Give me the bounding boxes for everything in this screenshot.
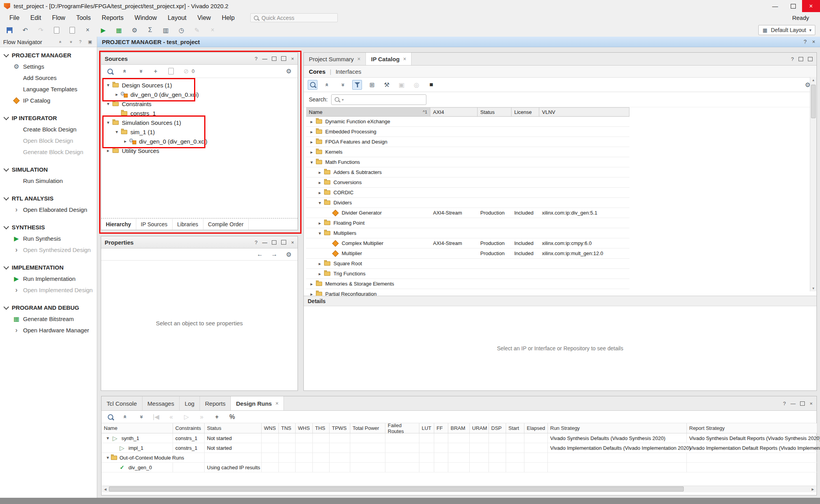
- generate-ip-icon[interactable]: ◎: [412, 80, 421, 90]
- tree-collapse-chevron[interactable]: ▾: [105, 82, 111, 88]
- catalog-row-conversions[interactable]: ▸Conversions: [306, 177, 629, 188]
- tree-expand-chevron[interactable]: ▸: [308, 149, 315, 155]
- tree-item-constrs-1[interactable]: constrs_1: [101, 108, 298, 118]
- catalog-row-math-functions[interactable]: ▾Math Functions: [306, 157, 629, 167]
- help-icon[interactable]: ?: [804, 39, 807, 45]
- run-icon[interactable]: ▶: [98, 25, 108, 35]
- tab-log[interactable]: Log: [180, 396, 200, 410]
- flownav-item-settings[interactable]: ⚙Settings: [0, 61, 97, 72]
- copy-icon[interactable]: [52, 25, 61, 35]
- flownav-item-language-templates[interactable]: Language Templates: [0, 83, 97, 95]
- tree-collapse-chevron[interactable]: ▾: [105, 120, 111, 125]
- scroll-thumb[interactable]: [811, 85, 816, 118]
- menu-view[interactable]: View: [192, 12, 216, 23]
- tab-messages[interactable]: Messages: [143, 396, 180, 410]
- flow-section-header-ip-integrator[interactable]: IP INTEGRATOR: [0, 112, 97, 124]
- package-ip-icon[interactable]: ▣: [397, 80, 406, 90]
- column-header-total-power[interactable]: Total Power: [350, 423, 385, 433]
- minimize-icon[interactable]: —: [790, 401, 795, 406]
- collapse-all-icon[interactable]: «: [57, 38, 64, 46]
- close-icon[interactable]: ×: [291, 56, 294, 62]
- search-icon[interactable]: [105, 412, 115, 422]
- catalog-row-memories-storage-elements[interactable]: ▸Memories & Storage Elements: [306, 279, 629, 289]
- percent-icon[interactable]: %: [227, 412, 237, 422]
- catalog-row-dividers[interactable]: ▾Dividers: [306, 198, 629, 208]
- tree-expand-chevron[interactable]: ▸: [317, 271, 323, 277]
- tab-close-icon[interactable]: ×: [275, 400, 278, 406]
- column-header-ff[interactable]: FF: [434, 423, 448, 433]
- report-summary-icon[interactable]: Σ: [145, 25, 155, 35]
- flownav-item-open-elaborated-design[interactable]: ›Open Elaborated Design: [0, 204, 97, 215]
- tree-collapse-chevron[interactable]: ▾: [317, 231, 323, 236]
- create-runs-icon[interactable]: +: [212, 412, 222, 422]
- catalog-row-kernels[interactable]: ▸Kernels: [306, 147, 629, 157]
- expand-all-icon[interactable]: «: [67, 38, 74, 46]
- tree-collapse-chevron[interactable]: ▾: [114, 129, 120, 135]
- flownav-item-open-implemented-design[interactable]: ›Open Implemented Design: [0, 284, 97, 296]
- flownav-item-open-block-design[interactable]: Open Block Design: [0, 135, 97, 146]
- column-header-tns[interactable]: TNS: [279, 423, 296, 433]
- flow-section-header-implementation[interactable]: IMPLEMENTATION: [0, 262, 97, 273]
- tree-expand-chevron[interactable]: ▸: [114, 92, 120, 97]
- save-icon[interactable]: [5, 25, 14, 35]
- menu-file[interactable]: File: [4, 12, 25, 23]
- maximize-button[interactable]: [784, 0, 802, 12]
- column-header-name[interactable]: Name: [102, 423, 173, 433]
- sources-tab-ip-sources[interactable]: IP Sources: [136, 219, 173, 230]
- tree-expand-chevron[interactable]: ▸: [308, 129, 315, 135]
- column-header-license[interactable]: License: [512, 108, 539, 116]
- flow-section-header-synthesis[interactable]: SYNTHESIS: [0, 222, 97, 233]
- menu-edit[interactable]: Edit: [25, 12, 47, 23]
- tree-expand-chevron[interactable]: ▸: [308, 119, 315, 124]
- collapse-all-icon[interactable]: «: [120, 66, 130, 76]
- help-icon[interactable]: ?: [791, 56, 794, 62]
- menu-help[interactable]: Help: [216, 12, 240, 23]
- close-button[interactable]: ×: [802, 0, 820, 12]
- column-header-start[interactable]: Start: [506, 423, 524, 433]
- flownav-item-add-sources[interactable]: Add Sources: [0, 72, 97, 83]
- tree-expand-chevron[interactable]: ▸: [308, 281, 315, 287]
- column-header-run-strategy[interactable]: Run Strategy: [548, 423, 687, 433]
- delete-icon[interactable]: ×: [83, 25, 93, 35]
- timing-clock-icon[interactable]: ◷: [176, 25, 186, 35]
- flow-section-header-simulation[interactable]: SIMULATION: [0, 164, 97, 175]
- tree-item-design-sources[interactable]: ▾Design Sources (1): [101, 80, 298, 90]
- edit-icon[interactable]: ✎: [192, 25, 202, 35]
- expand-all-icon[interactable]: «: [136, 412, 146, 422]
- help-icon[interactable]: ?: [255, 240, 257, 245]
- horizontal-scrollbar[interactable]: ◀ ▶: [102, 486, 816, 492]
- minimize-icon[interactable]: —: [262, 56, 267, 62]
- subtab-interfaces[interactable]: Interfaces: [335, 68, 361, 75]
- column-header-uram[interactable]: URAM: [470, 423, 489, 433]
- add-sources-icon[interactable]: +: [151, 66, 160, 76]
- catalog-row-floating-point[interactable]: ▸Floating Point: [306, 218, 629, 228]
- tree-collapse-chevron[interactable]: ▾: [317, 200, 323, 206]
- tree-expand-chevron[interactable]: ▸: [308, 139, 315, 145]
- catalog-row-adders-subtracters[interactable]: ▸Adders & Subtracters: [306, 167, 629, 177]
- column-header-bram[interactable]: BRAM: [448, 423, 470, 433]
- scroll-left-arrow[interactable]: ◀: [102, 486, 109, 492]
- program-device-icon[interactable]: ▦: [114, 25, 124, 35]
- float-icon[interactable]: [799, 57, 803, 61]
- tab-tcl-console[interactable]: Tcl Console: [102, 396, 143, 410]
- help-icon[interactable]: ?: [783, 401, 786, 406]
- flownav-item-run-simulation[interactable]: Run Simulation: [0, 175, 97, 186]
- tree-item-utility-sources[interactable]: ▸Utility Sources: [101, 146, 298, 155]
- tree-item-simulation-sources[interactable]: ▾Simulation Sources (1): [101, 118, 298, 127]
- catalog-row-trig-functions[interactable]: ▸Trig Functions: [306, 269, 629, 279]
- back-icon[interactable]: ←: [255, 250, 265, 259]
- tree-expand-chevron[interactable]: ▸: [122, 138, 128, 144]
- menu-flow[interactable]: Flow: [46, 12, 71, 23]
- flownav-item-open-synthesized-design[interactable]: ›Open Synthesized Design: [0, 244, 97, 256]
- minimize-button[interactable]: —: [766, 0, 784, 12]
- column-header-status[interactable]: Status: [478, 108, 512, 116]
- stop-icon[interactable]: ■: [426, 80, 436, 90]
- column-header-report-strategy[interactable]: Report Strategy: [687, 423, 817, 433]
- scroll-up-arrow[interactable]: ▲: [810, 77, 816, 83]
- paste-icon[interactable]: [67, 25, 77, 35]
- ip-search-input[interactable]: ▾: [331, 94, 426, 105]
- undo-icon[interactable]: ↶: [20, 25, 30, 35]
- step-back-icon[interactable]: |◀: [151, 412, 161, 422]
- catalog-row-multipliers[interactable]: ▾Multipliers: [306, 228, 629, 238]
- tab-project-summary[interactable]: Project Summary×: [304, 53, 366, 65]
